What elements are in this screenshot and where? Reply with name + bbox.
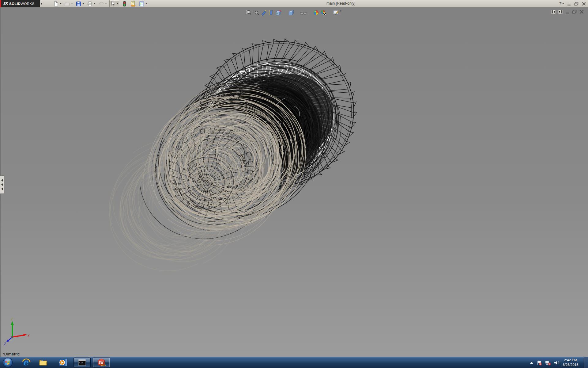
measure-pen-icon bbox=[260, 9, 267, 16]
triad-z-axis: Z bbox=[4, 337, 12, 346]
new-dropdown-icon[interactable] bbox=[60, 3, 62, 4]
solidworks-logo: 3S SOLIDWORKS bbox=[0, 0, 40, 7]
show-desktop-button[interactable] bbox=[584, 357, 588, 368]
section-view-button[interactable] bbox=[268, 9, 274, 16]
taskbar-clock[interactable]: 2:42 PM 6/26/2015 bbox=[560, 358, 581, 367]
close-document-button[interactable] bbox=[579, 10, 584, 14]
new-document-icon bbox=[53, 1, 59, 7]
new-button[interactable] bbox=[53, 0, 62, 7]
save-button[interactable] bbox=[75, 0, 85, 7]
help-dropdown-icon[interactable] bbox=[562, 3, 564, 4]
engine-wireframe-model[interactable] bbox=[0, 7, 588, 357]
print-button[interactable] bbox=[87, 0, 96, 7]
triad-x-axis: X bbox=[12, 334, 30, 338]
edit-appearance-button[interactable] bbox=[313, 9, 319, 16]
mass-properties-icon bbox=[275, 9, 282, 16]
minimize-document-icon bbox=[565, 10, 570, 14]
view-orientation-cube-icon bbox=[288, 9, 294, 16]
display-style-button[interactable] bbox=[300, 9, 307, 16]
view-orientation-button[interactable] bbox=[288, 9, 294, 16]
expand-pane-arrow-icon bbox=[1, 183, 3, 186]
rebuild-button[interactable] bbox=[121, 0, 128, 7]
section-view-icon bbox=[268, 9, 274, 16]
svg-text:SW: SW bbox=[99, 361, 104, 364]
restore-button[interactable] bbox=[574, 2, 579, 6]
windows-start-orb-icon bbox=[2, 357, 13, 368]
measure-button[interactable] bbox=[260, 9, 267, 16]
select-button[interactable] bbox=[109, 0, 119, 7]
restore-document-icon bbox=[572, 10, 577, 14]
svg-text:Z: Z bbox=[4, 342, 6, 346]
open-dropdown-icon[interactable] bbox=[71, 3, 73, 4]
command-prompt-icon: C:\_ bbox=[78, 359, 86, 366]
menu-flyout-arrow-icon[interactable] bbox=[41, 2, 42, 5]
file-properties-button[interactable] bbox=[130, 0, 136, 7]
save-floppy-icon bbox=[76, 1, 81, 7]
minimize-button[interactable] bbox=[567, 2, 571, 6]
collapse-left-pane-icon bbox=[551, 10, 556, 14]
svg-text:2015: 2015 bbox=[101, 364, 106, 366]
titlebar: 3S SOLIDWORKS bbox=[0, 0, 588, 7]
hidden-icons-arrow-icon bbox=[530, 361, 534, 364]
graphics-area[interactable]: Z Y X *Dimetric bbox=[0, 7, 588, 357]
taskbar-solidworks-2015[interactable]: SW 2015 bbox=[93, 358, 110, 367]
restore-icon bbox=[574, 2, 579, 6]
undo-dropdown-icon[interactable] bbox=[105, 3, 107, 4]
zoom-to-area-button[interactable] bbox=[253, 9, 260, 16]
apply-scene-button[interactable] bbox=[320, 9, 327, 16]
heads-up-view-toolbar bbox=[246, 9, 340, 16]
zoom-to-area-icon bbox=[253, 9, 260, 16]
options-checklist-icon bbox=[139, 1, 145, 7]
open-folder-icon bbox=[64, 1, 70, 7]
expand-right-pane-button[interactable] bbox=[558, 10, 563, 14]
folder-icon bbox=[39, 358, 48, 367]
help-button[interactable]: ? bbox=[559, 2, 564, 6]
collapse-left-pane-button[interactable] bbox=[551, 10, 556, 14]
options-button[interactable] bbox=[138, 0, 148, 7]
triad-y-axis: Y bbox=[11, 318, 14, 337]
open-button[interactable] bbox=[64, 0, 73, 7]
featuremanager-collapsed-tab[interactable] bbox=[0, 175, 4, 194]
view-settings-button[interactable] bbox=[333, 9, 339, 16]
solidworks-2015-cube-icon: SW 2015 bbox=[97, 358, 106, 367]
checkered-flag-icon bbox=[323, 13, 326, 15]
solidworks-logo-text-light: WORKS bbox=[21, 2, 34, 6]
start-button[interactable] bbox=[2, 357, 13, 368]
svg-text:Y: Y bbox=[11, 318, 13, 321]
window-controls: ? bbox=[559, 0, 586, 7]
hidden-icons-button[interactable] bbox=[530, 361, 534, 364]
volume-button[interactable] bbox=[554, 360, 560, 366]
mass-properties-button[interactable] bbox=[275, 9, 282, 16]
orientation-triad: Z Y X bbox=[2, 317, 31, 346]
options-dropdown-icon[interactable] bbox=[145, 3, 147, 4]
action-center-flag-icon bbox=[537, 360, 542, 366]
save-dropdown-icon[interactable] bbox=[82, 3, 84, 4]
close-button[interactable] bbox=[582, 2, 586, 6]
action-center-button[interactable] bbox=[537, 360, 542, 366]
taskbar-media-player[interactable] bbox=[56, 358, 70, 367]
view-orientation-label: *Dimetric bbox=[2, 352, 20, 356]
select-dropdown-icon[interactable] bbox=[117, 3, 119, 4]
internet-explorer-icon: e bbox=[22, 358, 31, 367]
document-title: main [Read-only] bbox=[326, 1, 356, 6]
taskbar-command-prompt[interactable]: C:\_ bbox=[74, 358, 91, 367]
file-properties-icon bbox=[130, 1, 136, 7]
zoom-to-fit-icon bbox=[246, 9, 252, 16]
restore-document-button[interactable] bbox=[572, 10, 577, 14]
clock-time: 2:42 PM bbox=[560, 358, 581, 362]
speaker-icon bbox=[554, 360, 560, 366]
undo-button[interactable] bbox=[98, 0, 107, 7]
view-settings-monitor-icon bbox=[333, 9, 339, 16]
zoom-to-fit-button[interactable] bbox=[246, 9, 252, 16]
print-dropdown-icon[interactable] bbox=[94, 3, 96, 4]
minimize-document-button[interactable] bbox=[565, 10, 570, 14]
undo-icon bbox=[98, 1, 104, 7]
taskbar-internet-explorer[interactable]: e bbox=[20, 358, 33, 367]
clock-date: 6/26/2015 bbox=[560, 362, 581, 367]
main-toolbar bbox=[53, 0, 148, 7]
help-icon: ? bbox=[559, 2, 562, 6]
network-status-button[interactable] bbox=[545, 360, 551, 366]
view-settings-dropdown-icon[interactable] bbox=[340, 10, 341, 17]
network-icon bbox=[545, 360, 551, 366]
taskbar-windows-explorer[interactable] bbox=[36, 358, 50, 367]
